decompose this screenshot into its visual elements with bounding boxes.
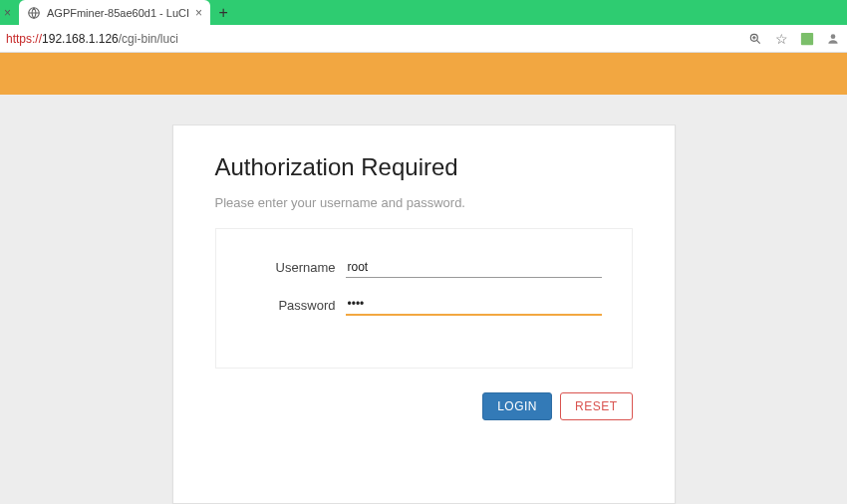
- site-favicon-icon: [27, 6, 41, 20]
- page-subtitle: Please enter your username and password.: [215, 195, 633, 210]
- svg-rect-5: [801, 32, 813, 44]
- zoom-icon[interactable]: [747, 31, 763, 47]
- bookmark-star-icon[interactable]: ☆: [773, 31, 789, 47]
- close-tab-icon[interactable]: ×: [195, 6, 202, 20]
- url-protocol: https://: [6, 32, 42, 46]
- page-background: Authorization Required Please enter your…: [0, 95, 847, 504]
- reset-button[interactable]: RESET: [560, 392, 633, 420]
- login-form: Username Password: [215, 228, 633, 369]
- browser-tab-strip: × AGPFminer-85ae60d1 - LuCI × +: [0, 0, 847, 25]
- svg-point-6: [831, 34, 836, 39]
- username-input[interactable]: [346, 257, 602, 278]
- address-bar: https://192.168.1.126/cgi-bin/luci ☆: [0, 25, 847, 53]
- browser-tab-active[interactable]: AGPFminer-85ae60d1 - LuCI ×: [19, 0, 210, 25]
- password-input[interactable]: [346, 294, 602, 316]
- previous-tab-close[interactable]: ×: [0, 0, 15, 25]
- url-host: 192.168.1.126: [42, 32, 119, 46]
- login-button[interactable]: LOGIN: [482, 392, 552, 420]
- url-path: /cgi-bin/luci: [119, 32, 178, 46]
- new-tab-button[interactable]: +: [210, 0, 236, 25]
- svg-line-2: [756, 40, 759, 43]
- tab-title: AGPFminer-85ae60d1 - LuCI: [47, 7, 189, 19]
- page-header-banner: [0, 53, 847, 95]
- password-label: Password: [246, 298, 346, 313]
- page-title: Authorization Required: [215, 153, 633, 181]
- username-label: Username: [246, 260, 346, 275]
- url-input[interactable]: https://192.168.1.126/cgi-bin/luci: [6, 29, 741, 49]
- profile-icon[interactable]: [825, 31, 841, 47]
- login-card: Authorization Required Please enter your…: [172, 125, 676, 504]
- extension-icon[interactable]: [799, 31, 815, 47]
